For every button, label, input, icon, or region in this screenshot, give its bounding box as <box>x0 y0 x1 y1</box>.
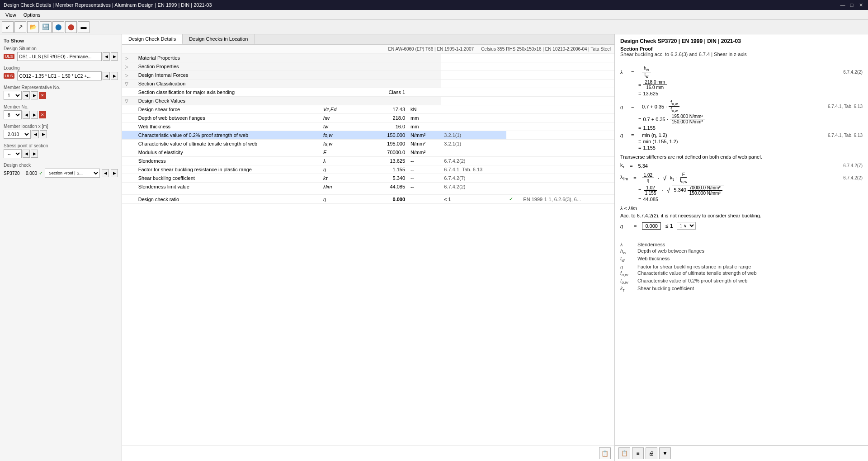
sp-prev-btn[interactable]: ◀ <box>23 150 30 158</box>
lambda-formula-block: λ = hw tw 6.7.4.2(2) = 218.0 mm <box>620 66 863 96</box>
eta-eq3: = <box>638 125 641 131</box>
ult-tensile-unit: N/mm² <box>408 140 441 148</box>
shear-force-unit: kN <box>408 105 441 114</box>
mr-x-btn[interactable]: ✕ <box>39 92 46 99</box>
tool-btn-1[interactable]: ↙ <box>2 21 14 33</box>
location-select[interactable]: 2.010 <box>4 130 31 139</box>
dc-no: SP3720 <box>4 171 24 176</box>
co-prev-btn[interactable]: ◀ <box>103 72 110 80</box>
mn-prev-btn[interactable]: ◀ <box>23 111 30 119</box>
shear-factor-unit: -- <box>408 165 441 174</box>
right-panel: Design Check SP3720 | EN 1999 | DIN | 20… <box>615 34 868 461</box>
lambda-eq3: = <box>638 91 641 96</box>
transverse-note: Transverse stiffeners are not defined on… <box>620 154 863 160</box>
tool-btn-back[interactable]: 🔙 <box>40 21 52 33</box>
mn-next-btn[interactable]: ▶ <box>31 111 38 119</box>
eta-min-result: 1.155 <box>643 145 656 151</box>
tool-btn-red[interactable]: ⬤ <box>65 21 77 33</box>
menu-options[interactable]: Options <box>20 11 44 19</box>
tool-btn-open[interactable]: 📂 <box>27 21 39 33</box>
ratio-check-cell: ✓ <box>506 195 520 204</box>
loc-prev-btn[interactable]: ◀ <box>32 130 39 138</box>
tab-design-checks-location[interactable]: Design Checks in Location <box>183 34 255 44</box>
lam-lim-inner-frac: E fo,w <box>678 172 689 184</box>
design-situation-row: ULS DS1 - ULS (STR/GEO) - Permane... ◀ ▶ <box>4 52 118 61</box>
ds-next-btn[interactable]: ▶ <box>111 52 118 61</box>
slender-lim-name: Slenderness limit value <box>136 183 321 191</box>
mr-next-btn[interactable]: ▶ <box>31 91 38 99</box>
eta-limit-select[interactable]: 1 ∨ <box>677 222 696 230</box>
member-no-select[interactable]: 8 <box>4 110 22 119</box>
member-location-group: Member location x [m] 2.010 ◀ ▶ <box>4 124 118 139</box>
table-row-ultimate-tensile: Characteristic value of ultimate tensile… <box>122 140 614 148</box>
lam-lim-block: λlim = 1.02 η · √ kτ · E fo,w <box>620 172 863 202</box>
maximize-btn[interactable]: □ <box>848 1 855 9</box>
sp-next-btn[interactable]: ▶ <box>31 150 38 158</box>
co-next-btn[interactable]: ▶ <box>111 72 118 80</box>
ratio-ref: EN 1999-1-1, 6.2.6(3), 6... <box>520 195 614 204</box>
rt-copy-btn[interactable]: 📋 <box>618 447 630 459</box>
tab-design-check-details[interactable]: Design Check Details <box>122 34 183 44</box>
menu-view[interactable]: View <box>2 11 20 19</box>
section-classification-row: ▽ Section Classification <box>122 80 614 88</box>
eta-final-sym: η <box>620 223 629 229</box>
tool-btn-bar[interactable]: ▬ <box>78 21 90 33</box>
legend-eta: η Factor for shear buckling resistance i… <box>620 264 863 269</box>
stress-select[interactable]: -- <box>4 149 22 158</box>
lambda-ref: 6.7.4.2(2) <box>843 70 863 75</box>
dc-type-select[interactable]: Section Proof | S... <box>45 169 100 178</box>
mr-prev-btn[interactable]: ◀ <box>23 91 30 99</box>
center-export-btn[interactable]: 📋 <box>599 447 611 459</box>
member-no-group: Member No. 8 ◀ ▶ ✕ <box>4 104 118 119</box>
mn-x-btn[interactable]: ✕ <box>39 111 46 118</box>
data-table: ▷ Material Properties ▷ Section Properti… <box>122 54 614 204</box>
tool-btn-blue[interactable]: ⬤ <box>52 21 64 33</box>
dcv-expander[interactable]: ▽ <box>125 99 128 103</box>
loc-next-btn[interactable]: ▶ <box>40 130 47 138</box>
title-bar: Design Check Details | Member Representa… <box>0 0 868 10</box>
eta-eq2: = <box>638 117 641 122</box>
rt-calc-btn[interactable]: 🖨 <box>646 447 657 459</box>
slender-sym: λ <box>321 157 354 165</box>
sc-expander[interactable]: ▽ <box>125 81 128 86</box>
shear-coeff-val: 5.340 <box>354 174 408 183</box>
rt-dropdown-btn[interactable]: ▼ <box>659 447 671 459</box>
legend-desc-fu: Characteristic value of ultimate tensile… <box>637 270 757 277</box>
dc-next-btn[interactable]: ▶ <box>111 169 118 177</box>
kt-val: 5.34 <box>638 163 648 169</box>
lam-lim-dot2: · <box>661 188 663 193</box>
dif-expander[interactable]: ▷ <box>125 73 128 78</box>
close-btn[interactable]: ✕ <box>857 1 864 9</box>
tool-btn-2[interactable]: ↗ <box>14 21 26 33</box>
member-no-row: 8 ◀ ▶ ✕ <box>4 110 118 119</box>
legend-desc-eta: Factor for shear buckling resistance in … <box>637 264 751 269</box>
eta-eq: = <box>631 104 640 109</box>
rt-list-btn[interactable]: ≡ <box>632 447 644 459</box>
lambda-eq2: = <box>638 82 641 88</box>
lambda-frac2: 218.0 mm 16.0 mm <box>643 80 666 90</box>
condition-expr: λ ≤ λlim <box>620 206 637 211</box>
minimize-btn[interactable]: — <box>839 1 846 9</box>
ratio-name: Design check ratio <box>136 195 321 204</box>
ds-prev-btn[interactable]: ◀ <box>103 52 110 61</box>
window-controls[interactable]: — □ ✕ <box>839 1 864 9</box>
sec-expander[interactable]: ▷ <box>125 64 128 69</box>
table-row-proof-strength[interactable]: Characteristic value of 0.2% proof stren… <box>122 131 614 140</box>
ds-dropdown[interactable]: DS1 - ULS (STR/GEO) - Permane... <box>17 52 102 61</box>
loading-group: Loading ULS CO12 - 1.35 * LC1 + 1.50 * L… <box>4 66 118 80</box>
legend-desc-kt: Shear buckling coefficient <box>637 286 694 292</box>
lambda-eq: = <box>631 70 640 75</box>
design-check-label: Design check <box>4 163 118 168</box>
eta-formula-block: η = 0.7 + 0.35 · fu,w fo,w 6.7.4.1, Tab.… <box>620 100 863 151</box>
right-panel-header: Design Check SP3720 | EN 1999 | DIN | 20… <box>615 34 868 59</box>
tab-bar: Design Check Details Design Checks in Lo… <box>122 34 614 45</box>
slender-lim-val: 44.085 <box>354 183 408 191</box>
member-location-row: 2.010 ◀ ▶ <box>4 130 118 139</box>
dc-prev-btn[interactable]: ◀ <box>102 169 109 177</box>
right-panel-title: Design Check SP3720 | EN 1999 | DIN | 20… <box>620 38 863 44</box>
co-dropdown[interactable]: CO12 - 1.35 * LC1 + 1.50 * LC2 +... <box>17 71 102 80</box>
mat-expander[interactable]: ▷ <box>125 56 128 61</box>
member-rep-select[interactable]: 1 <box>4 91 22 100</box>
section-props-label: Section Properties <box>136 62 442 71</box>
proof-str-unit: N/mm² <box>408 131 441 140</box>
